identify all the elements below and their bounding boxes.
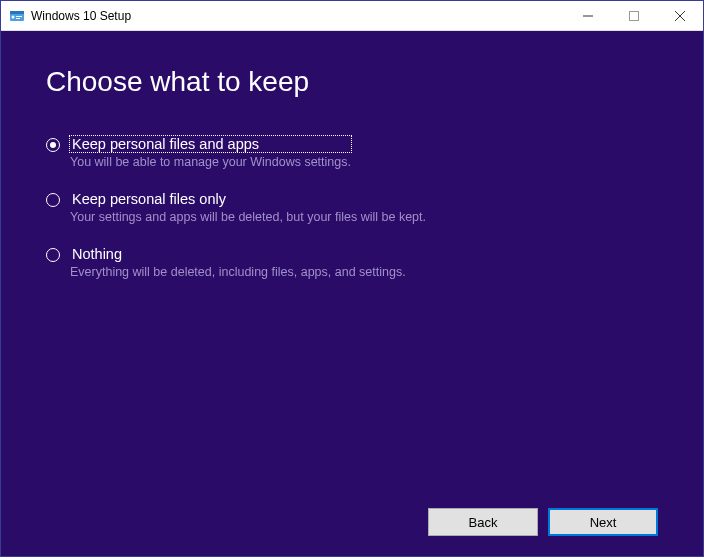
close-icon: [675, 11, 685, 21]
svg-point-2: [12, 15, 15, 18]
back-button[interactable]: Back: [428, 508, 538, 536]
minimize-button[interactable]: [565, 1, 611, 30]
option-desc: Your settings and apps will be deleted, …: [70, 210, 426, 224]
option-label: Nothing: [70, 246, 406, 262]
option-keep-files-only[interactable]: Keep personal files only Your settings a…: [46, 191, 658, 224]
svg-rect-1: [10, 11, 24, 14]
option-label: Keep personal files and apps: [70, 136, 351, 152]
next-button[interactable]: Next: [548, 508, 658, 536]
footer-buttons: Back Next: [46, 488, 658, 536]
radio-icon: [46, 193, 60, 207]
page-heading: Choose what to keep: [46, 66, 658, 98]
svg-rect-4: [16, 18, 20, 19]
maximize-button[interactable]: [611, 1, 657, 30]
options-group: Keep personal files and apps You will be…: [46, 136, 658, 279]
minimize-icon: [583, 11, 593, 21]
option-nothing[interactable]: Nothing Everything will be deleted, incl…: [46, 246, 658, 279]
close-button[interactable]: [657, 1, 703, 30]
option-label: Keep personal files only: [70, 191, 426, 207]
svg-rect-3: [16, 16, 22, 17]
option-desc: You will be able to manage your Windows …: [70, 155, 351, 169]
radio-icon: [46, 248, 60, 262]
app-icon: [9, 8, 25, 24]
title-bar: Windows 10 Setup: [1, 1, 703, 31]
option-keep-files-and-apps[interactable]: Keep personal files and apps You will be…: [46, 136, 658, 169]
window-title: Windows 10 Setup: [31, 9, 131, 23]
maximize-icon: [629, 11, 639, 21]
option-desc: Everything will be deleted, including fi…: [70, 265, 406, 279]
svg-rect-6: [630, 11, 639, 20]
radio-icon: [46, 138, 60, 152]
content-area: Choose what to keep Keep personal files …: [1, 31, 703, 556]
setup-window: Windows 10 Setup Choose what to keep Kee…: [0, 0, 704, 557]
window-controls: [565, 1, 703, 30]
